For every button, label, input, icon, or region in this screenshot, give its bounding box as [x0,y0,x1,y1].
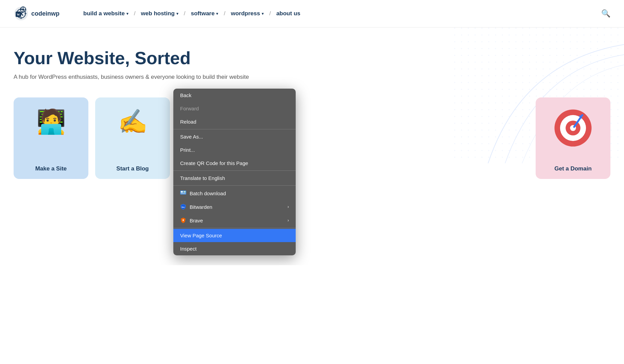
svg-text:W: W [17,13,20,16]
nav-separator: / [224,10,225,17]
site-header: W codeinwp build a website ▾ / web hosti… [0,0,624,28]
svg-text:bw: bw [182,206,185,208]
menu-item-translate[interactable]: Translate to English [173,171,296,185]
nav-separator: / [269,10,271,17]
card-start-blog[interactable]: ✍️ Start a Blog [95,97,170,179]
svg-point-5 [22,8,24,11]
hero-title: Your Website, Sorted [14,48,218,68]
main-content: Your Website, Sorted A hub for WordPress… [0,28,624,265]
menu-item-print[interactable]: Print... [173,143,296,157]
target-icon [553,108,593,148]
menu-item-save-as[interactable]: Save As... [173,130,296,143]
bitwarden-icon: bw [180,204,186,210]
nav-separator: / [134,10,136,17]
menu-item-forward: Forward [173,102,296,115]
card-make-site[interactable]: 🧑‍💻 Make a Site [14,97,88,179]
cards-row: 🧑‍💻 Make a Site ✍️ Start a Blog Get a Do… [14,97,610,179]
menu-separator [173,129,296,129]
card-label-make-site: Make a Site [35,165,67,172]
logo[interactable]: W codeinwp [14,6,59,21]
menu-item-bitwarden[interactable]: bw Bitwarden › [173,200,296,214]
card-get-domain[interactable]: Get a Domain [536,97,610,179]
chevron-down-icon: ▾ [262,12,264,16]
chevron-down-icon: ▾ [126,12,128,16]
nav-software[interactable]: software ▾ [188,8,222,19]
nav-separator: / [184,10,186,17]
card-label-start-blog: Start a Blog [116,165,149,172]
menu-item-inspect[interactable]: Inspect [173,242,296,255]
menu-separator [173,185,296,186]
card-emoji-make-site: 🧑‍💻 [36,108,66,135]
chevron-down-icon: ▾ [176,12,178,16]
logo-text: codeinwp [31,10,59,17]
menu-item-view-source[interactable]: View Page Source [173,229,296,242]
menu-separator [173,170,296,171]
batch-download-icon [180,190,186,196]
logo-icon: W [14,6,29,21]
card-label-get-domain: Get a Domain [554,165,592,172]
menu-item-qr-code[interactable]: Create QR Code for this Page [173,157,296,170]
menu-item-reload[interactable]: Reload [173,115,296,128]
svg-rect-21 [184,191,186,193]
hero-subtitle: A hub for WordPress enthusiasts, busines… [14,74,252,80]
chevron-down-icon: ▾ [216,12,218,16]
submenu-arrow-icon: › [288,218,289,223]
nav-about-us[interactable]: about us [273,8,304,19]
context-menu: Back Forward Reload Save As... Print... … [173,89,296,255]
menu-item-back[interactable]: Back [173,89,296,102]
card-emoji-start-blog: ✍️ [118,108,148,135]
main-nav: build a website ▾ / web hosting ▾ / soft… [80,8,610,19]
submenu-arrow-icon: › [288,204,289,209]
menu-item-batch-download[interactable]: Batch download [173,186,296,200]
nav-build-website[interactable]: build a website ▾ [80,8,132,19]
search-icon[interactable]: 🔍 [601,9,610,18]
menu-separator [173,228,296,228]
svg-rect-19 [180,190,186,195]
svg-rect-20 [181,191,183,193]
brave-icon [180,217,186,223]
svg-rect-22 [181,193,186,194]
nav-wordpress[interactable]: wordpress ▾ [227,8,267,19]
menu-item-brave[interactable]: Brave › [173,214,296,227]
nav-web-hosting[interactable]: web hosting ▾ [138,8,182,19]
